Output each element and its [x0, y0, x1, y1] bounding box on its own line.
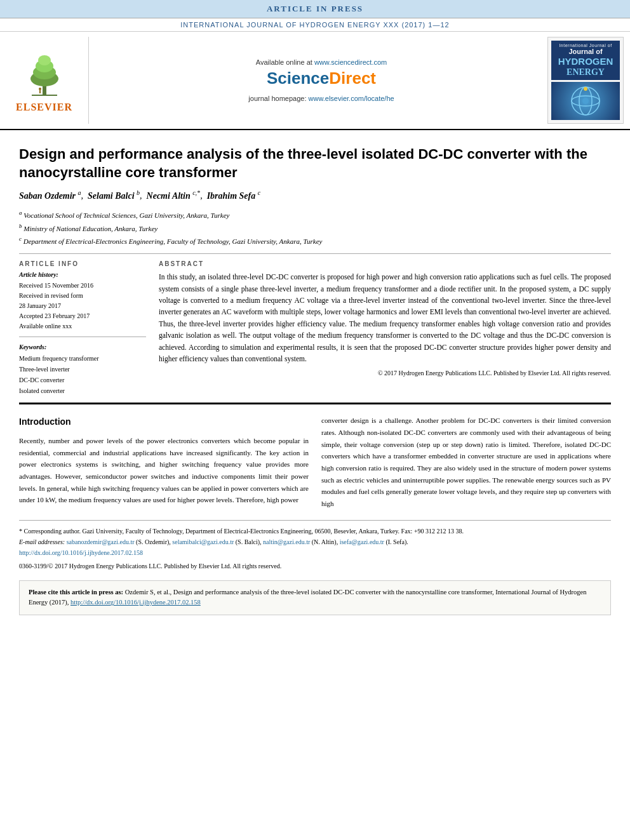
- article-in-press-banner: ARTICLE IN PRESS: [0, 0, 630, 18]
- body-two-col: Introduction Recently, number and power …: [19, 415, 611, 510]
- email-balci[interactable]: selamibalci@gazi.edu.tr: [172, 538, 234, 545]
- keyword-1: Medium frequency transformer: [19, 353, 146, 364]
- footnotes-section: * Corresponding author. Gazi University,…: [19, 520, 611, 571]
- author-4-sup: c: [258, 189, 260, 196]
- article-title: Design and performance analysis of the t…: [19, 145, 611, 182]
- main-content: Design and performance analysis of the t…: [0, 130, 630, 622]
- author-1-sup: a: [78, 189, 81, 196]
- introduction-title: Introduction: [19, 415, 309, 430]
- abstract-text: In this study, an isolated three-level D…: [159, 271, 611, 364]
- divider-keywords: [19, 337, 146, 337]
- doi-link[interactable]: http://dx.doi.org/10.1016/j.ijhydene.201…: [19, 549, 143, 556]
- logo-hydrogen: HYDROGEN: [555, 56, 616, 67]
- accepted-date: Accepted 23 February 2017: [19, 311, 146, 321]
- svg-point-5: [38, 55, 51, 65]
- corresponding-author-note: * Corresponding author. Gazi University,…: [19, 526, 611, 537]
- svg-rect-7: [39, 90, 41, 93]
- body-right-col: converter design is a challenge. Another…: [321, 415, 611, 510]
- citation-doi-link[interactable]: http://dx.doi.org/10.1016/j.ijhydene.201…: [70, 599, 201, 606]
- logo-energy: ENERGY: [555, 67, 616, 77]
- affiliation-c: c Department of Electrical-Electronics E…: [19, 234, 611, 247]
- divider-1: [19, 253, 611, 254]
- center-header: Available online at www.sciencedirect.co…: [95, 37, 547, 124]
- right-logo: International Journal of Journal of HYDR…: [547, 37, 624, 124]
- authors-line: Saban Ozdemir a, Selami Balci b, Necmi A…: [19, 188, 611, 203]
- author-4: Ibrahim Sefa: [207, 191, 256, 201]
- svg-rect-1: [32, 95, 57, 96]
- please-cite-label: Please cite this article in press as:: [29, 589, 123, 596]
- svg-point-12: [584, 87, 587, 91]
- svg-point-6: [39, 88, 41, 90]
- elsevier-logo: ELSEVIER: [6, 37, 89, 124]
- abstract-copyright: © 2017 Hydrogen Energy Publications LLC.…: [159, 370, 611, 377]
- keyword-2: Three-level inverter: [19, 364, 146, 375]
- affiliations: a Vocational School of Technical Science…: [19, 208, 611, 247]
- email-line: E-mail addresses: sabanozdemir@gazi.edu.…: [19, 537, 611, 547]
- divider-body: [19, 403, 611, 404]
- available-online-text: Available online at www.sciencedirect.co…: [256, 58, 387, 66]
- received-date: Received 15 November 2016: [19, 281, 146, 291]
- abstract-col: ABSTRACT In this study, an isolated thre…: [159, 260, 611, 396]
- author-2: Selami Balci: [88, 191, 135, 201]
- email-altin[interactable]: naltin@gazi.edu.tr: [263, 538, 310, 545]
- journal-title-bar: INTERNATIONAL JOURNAL OF HYDROGEN ENERGY…: [0, 18, 630, 32]
- copyright-footer: 0360-3199/© 2017 Hydrogen Energy Publica…: [19, 561, 611, 571]
- logo-intl-text: International Journal of: [555, 43, 616, 48]
- logo-journal-name: Journal of: [555, 48, 616, 56]
- available-online: Available online xxx: [19, 321, 146, 331]
- sd-direct: Direct: [329, 69, 376, 88]
- email-label: E-mail addresses:: [19, 538, 65, 545]
- header-section: ELSEVIER Available online at www.science…: [0, 32, 630, 130]
- sciencedirect-logo: ScienceDirect: [267, 69, 376, 88]
- affiliation-a: a Vocational School of Technical Science…: [19, 208, 611, 221]
- author-3-sup: c,*: [192, 189, 200, 196]
- keywords-label: Keywords:: [19, 343, 146, 350]
- intro-left-para: Recently, number and power levels of the…: [19, 435, 309, 506]
- affiliation-b: b Ministry of National Education, Ankara…: [19, 222, 611, 234]
- abstract-header: ABSTRACT: [159, 260, 611, 267]
- keyword-3: DC-DC converter: [19, 375, 146, 385]
- journal-homepage: journal homepage: www.elsevier.com/locat…: [248, 95, 394, 102]
- author-3: Necmi Altin: [147, 191, 191, 201]
- doi-line: http://dx.doi.org/10.1016/j.ijhydene.201…: [19, 547, 611, 558]
- elsevier-label: ELSEVIER: [16, 102, 72, 113]
- sd-science: Science: [267, 69, 329, 88]
- svg-point-11: [582, 98, 589, 104]
- hydrogen-logo-box: International Journal of Journal of HYDR…: [551, 41, 620, 80]
- article-info-abstract: ARTICLE INFO Article history: Received 1…: [19, 260, 611, 396]
- email-ozdemir[interactable]: sabanozdemir@gazi.edu.tr: [67, 538, 135, 545]
- author-1: Saban Ozdemir: [19, 191, 76, 201]
- elsevier-tree-icon: [16, 48, 73, 99]
- author-2-sup: b: [137, 189, 140, 196]
- article-info-header: ARTICLE INFO: [19, 260, 146, 267]
- received-revised-date: 28 January 2017: [19, 301, 146, 311]
- received-revised-label: Received in revised form: [19, 291, 146, 301]
- body-left-col: Introduction Recently, number and power …: [19, 415, 309, 510]
- article-info-col: ARTICLE INFO Article history: Received 1…: [19, 260, 146, 396]
- sd-link[interactable]: www.sciencedirect.com: [314, 58, 387, 66]
- history-label: Article history:: [19, 271, 146, 278]
- email-sefa[interactable]: isefa@gazi.edu.tr: [340, 538, 384, 545]
- citation-box: Please cite this article in press as: Oz…: [19, 580, 611, 616]
- journal-homepage-link[interactable]: www.elsevier.com/locate/he: [309, 95, 394, 102]
- intro-right-para: converter design is a challenge. Another…: [321, 415, 611, 510]
- keyword-4: Isolated converter: [19, 385, 146, 396]
- hydrogen-logo-image: [551, 82, 620, 120]
